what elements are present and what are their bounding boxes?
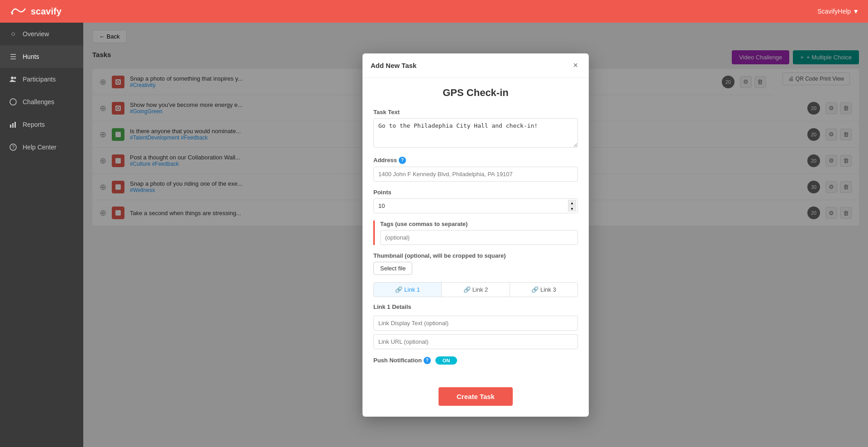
link-url-input[interactable] [373,334,578,349]
push-notification-label: Push Notification ? [373,357,431,364]
svg-point-3 [10,99,16,105]
svg-rect-4 [10,125,11,128]
hunts-icon: ☰ [9,53,17,61]
address-help-icon[interactable]: ? [399,157,406,164]
help-label: ScavifyHelp [817,8,851,15]
help-icon: ? [9,143,17,151]
modal-body: GPS Check-in Task Text Go to the Philade… [362,78,589,383]
link-tab-2[interactable]: 🔗 Link 2 [442,283,510,297]
challenges-icon [9,98,17,106]
thumbnail-label: Thumbnail (optional, will be cropped to … [373,252,578,259]
tags-label: Tags (use commas to separate) [380,221,578,227]
task-text-label: Task Text [373,109,578,115]
link-icon: 🔗 [395,286,402,293]
sidebar-item-reports[interactable]: Reports [0,113,83,136]
link-tab-3[interactable]: 🔗 Link 3 [510,283,577,297]
svg-rect-5 [12,123,14,128]
link-icon: 🔗 [463,286,471,293]
link-details-title: Link 1 Details [373,303,578,310]
address-input[interactable] [373,167,578,182]
task-text-group: Task Text Go to the Philadephia City Hal… [373,109,578,149]
thumbnail-group: Thumbnail (optional, will be cropped to … [373,252,578,275]
points-group: Points ▲ ▼ [373,189,578,213]
participants-icon [9,75,17,83]
modal-overlay: Add New Task × GPS Check-in Task Text Go… [83,23,868,447]
select-file-button[interactable]: Select file [373,262,412,275]
sidebar-label-reports: Reports [23,121,45,128]
logo-area: scavify [9,5,62,18]
points-down-button[interactable]: ▼ [568,206,576,211]
tags-group: Tags (use commas to separate) [373,221,578,245]
create-task-button[interactable]: Create Task [439,387,513,406]
svg-rect-6 [14,122,16,128]
modal-header-title: Add New Task [371,62,416,69]
sidebar: ○ Overview ☰ Hunts Participants Challeng… [0,23,83,447]
sidebar-label-overview: Overview [23,30,49,38]
points-input[interactable] [373,198,578,213]
scavify-logo-icon [9,5,27,18]
task-text-input[interactable]: Go to the Philadephia City Hall and chec… [373,118,578,148]
link-display-text-input[interactable] [373,316,578,331]
main-layout: ○ Overview ☰ Hunts Participants Challeng… [0,23,868,447]
sidebar-item-overview[interactable]: ○ Overview [0,23,83,45]
link-tabs: 🔗 Link 1 🔗 Link 2 🔗 Link 3 [373,282,578,297]
reports-icon [9,120,17,129]
sidebar-item-participants[interactable]: Participants [0,68,83,91]
help-menu[interactable]: ScavifyHelp ▼ [817,8,859,15]
sidebar-item-help[interactable]: ? Help Center [0,136,83,159]
add-task-modal: Add New Task × GPS Check-in Task Text Go… [362,53,589,417]
content-area: ← Back Tasks Video Challenge + + Multipl… [83,23,868,447]
svg-point-1 [11,77,14,79]
push-help-icon[interactable]: ? [424,357,431,364]
points-label: Points [373,189,578,196]
sidebar-label-help: Help Center [23,144,57,151]
points-input-wrap: ▲ ▼ [373,198,578,213]
address-group: Address ? [373,157,578,182]
sidebar-item-hunts[interactable]: ☰ Hunts [0,45,83,68]
sidebar-label-challenges: Challenges [23,98,54,106]
link-icon: 🔗 [531,286,539,293]
address-label: Address ? [373,157,578,164]
top-header: scavify ScavifyHelp ▼ [0,0,868,23]
svg-point-2 [14,77,16,79]
modal-header: Add New Task × [362,53,589,78]
points-spinners: ▲ ▼ [568,200,576,211]
modal-close-button[interactable]: × [570,60,581,71]
push-notification-toggle[interactable]: ON [435,356,457,365]
points-up-button[interactable]: ▲ [568,200,576,206]
sidebar-item-challenges[interactable]: Challenges [0,91,83,113]
link-details: Link 1 Details [373,303,578,349]
thumbnail-section: Select file [373,262,578,275]
overview-icon: ○ [9,30,17,38]
tags-input[interactable] [380,230,578,245]
sidebar-label-participants: Participants [23,76,56,83]
help-dropdown-icon: ▼ [853,8,859,15]
modal-footer: Create Task [362,383,589,417]
link-tab-1[interactable]: 🔗 Link 1 [374,283,442,297]
svg-text:?: ? [12,145,15,150]
sidebar-label-hunts: Hunts [23,53,39,60]
modal-task-type-title: GPS Check-in [373,87,578,99]
push-notification-section: Push Notification ? ON [373,356,578,365]
app-name: scavify [31,6,62,17]
